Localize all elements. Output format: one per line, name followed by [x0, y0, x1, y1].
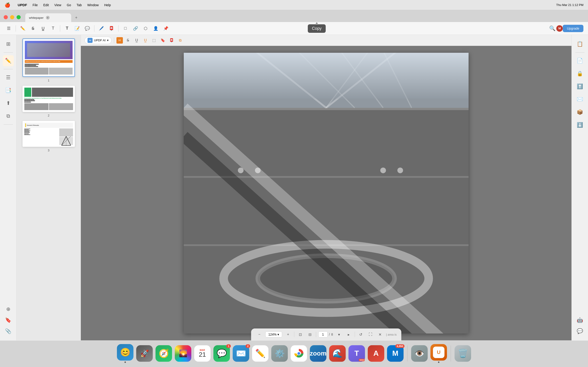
fullscreen-button[interactable]: ⛶	[367, 331, 374, 338]
toolbar-stamp-btn[interactable]: 📮	[107, 24, 115, 33]
prev-page-button[interactable]: ▾	[335, 331, 343, 338]
dock-system-icon[interactable]: ⚙️	[271, 345, 288, 362]
app-name[interactable]: UPDF	[18, 3, 27, 7]
dock-zoom-icon[interactable]: zoom	[310, 345, 326, 362]
dock-mail[interactable]: ✉️ 2	[233, 345, 249, 362]
ann-bookmark-add-btn[interactable]: 🔖	[159, 37, 166, 44]
dock-safari-icon[interactable]: 🧭	[156, 345, 172, 362]
right-sidebar-icon-5[interactable]: ✉️	[574, 94, 586, 105]
thumb-frame-2[interactable]: Preservation and inheritance of architec…	[23, 86, 75, 112]
dock-mail-icon[interactable]: ✉️ 2	[233, 345, 249, 362]
ann-copy-btn[interactable]: ⧉	[177, 37, 184, 44]
thumbnail-1[interactable]: Building environment information modelin…	[20, 39, 77, 82]
right-sidebar-icon-1[interactable]: 📋	[574, 39, 586, 50]
right-sidebar-icon-3[interactable]: 🔒	[574, 68, 586, 79]
toolbar-polygon-btn[interactable]: ⬡	[141, 24, 150, 33]
pdf-scroll-area[interactable]: 12 FAQ Combined with practical cases, th…	[81, 46, 571, 340]
dock-safari[interactable]: 🧭	[156, 345, 172, 362]
dock-freeform-icon[interactable]: ✏️	[252, 345, 268, 362]
menu-go[interactable]: Go	[67, 3, 71, 7]
dock-finder-icon[interactable]: 😊	[117, 344, 133, 361]
new-tab-button[interactable]: +	[73, 16, 79, 22]
dock-photos[interactable]: 🌄	[175, 345, 191, 362]
dock-outlook-icon[interactable]: M 6,850	[387, 345, 404, 362]
thumb-frame-1[interactable]: Building environment information modelin…	[23, 39, 75, 77]
sidebar-icon-attach[interactable]: 📎	[3, 326, 14, 337]
close-button[interactable]	[4, 15, 8, 19]
tab-whitepaper[interactable]: whitepaper ×	[25, 13, 71, 22]
dock-wave[interactable]: 🌊	[329, 345, 346, 362]
toolbar-underline-btn[interactable]: U̲	[39, 24, 47, 33]
dock-freeform[interactable]: ✏️	[252, 345, 268, 362]
next-page-button[interactable]: ▸	[345, 331, 352, 338]
toolbar-callout-btn[interactable]: 💬	[83, 24, 91, 33]
right-sidebar-icon-chat[interactable]: 💬	[574, 326, 586, 337]
dock-launchpad[interactable]: 🚀	[136, 345, 153, 362]
updf-ai-dropdown[interactable]: AI UPDF AI ▾	[85, 37, 112, 44]
dock-updf[interactable]: U	[431, 344, 447, 363]
page-current-input[interactable]	[318, 332, 328, 337]
ann-replace-btn[interactable]: ⬚	[150, 37, 158, 44]
menu-window[interactable]: Window	[87, 3, 99, 7]
dock-trash[interactable]: 🗑️	[455, 345, 471, 362]
zoom-out-button[interactable]: −	[256, 331, 263, 338]
toolbar-read-btn[interactable]: ☰	[5, 24, 13, 33]
minimize-button[interactable]	[10, 15, 14, 19]
dock-trash-icon[interactable]: 🗑️	[455, 345, 471, 362]
dock-calendar-icon[interactable]: MAR 21	[194, 345, 211, 362]
sidebar-icon-comment[interactable]: ☰	[3, 72, 14, 83]
ann-stamp-btn[interactable]: 📮	[168, 37, 175, 44]
right-sidebar-icon-ai[interactable]: 🤖	[574, 315, 586, 326]
close-controls-button[interactable]: ✕	[376, 331, 384, 338]
ann-color-underline-btn[interactable]: U̲	[142, 37, 149, 44]
dock-chrome[interactable]	[291, 345, 307, 362]
sidebar-icon-compare[interactable]: ⧉	[3, 110, 14, 122]
zoom-in-button[interactable]: +	[284, 331, 292, 338]
dock-outlook[interactable]: M 6,850	[387, 345, 404, 362]
dock-teams[interactable]: T NEW	[348, 345, 365, 362]
toolbar-highlight-btn[interactable]: ✏️	[19, 24, 27, 33]
right-sidebar-icon-6[interactable]: 📦	[574, 107, 586, 118]
sidebar-icon-thumbnails[interactable]: ⊞	[3, 39, 14, 50]
dock-launchpad-icon[interactable]: 🚀	[136, 345, 153, 362]
right-sidebar-icon-2[interactable]: 📄	[574, 55, 586, 66]
toolbar-search-btn[interactable]: 🔍	[548, 24, 556, 33]
thumbnail-2[interactable]: Preservation and inheritance of architec…	[20, 86, 77, 117]
tab-close-button[interactable]: ×	[46, 16, 50, 19]
apple-menu[interactable]: 🍎	[5, 2, 10, 8]
fit-width-button[interactable]: ⊟	[306, 331, 313, 338]
dock-wave-icon[interactable]: 🌊	[329, 345, 346, 362]
dock-photos-icon[interactable]: 🌄	[175, 345, 191, 362]
dock-finder[interactable]: 😊	[117, 344, 133, 363]
toolbar-sticker-btn[interactable]: 📌	[162, 24, 170, 33]
right-sidebar-icon-7[interactable]: ⬇️	[574, 119, 586, 131]
toolbar-strikethrough-btn[interactable]: S̶	[29, 24, 37, 33]
dock-system[interactable]: ⚙️	[271, 345, 288, 362]
dock-acrobat-icon[interactable]: A	[368, 345, 384, 362]
dock-updf-icon[interactable]: U	[431, 344, 447, 361]
dock-chrome-icon[interactable]	[291, 345, 307, 362]
dock-zoom[interactable]: zoom	[310, 345, 326, 362]
toolbar-textbox-btn[interactable]: 📝	[73, 24, 81, 33]
menu-edit[interactable]: Edit	[43, 3, 49, 7]
thumbnail-3[interactable]: Geometric Philosophy ▓▓▓▓▓▓▓▓▓▓▓▓▓▓▓▓▓▓▓…	[20, 121, 77, 152]
toolbar-text2-btn[interactable]: T	[63, 24, 71, 33]
dock-calendar[interactable]: MAR 21	[194, 345, 211, 362]
dock-acrobat[interactable]: A	[368, 345, 384, 362]
right-sidebar-icon-4[interactable]: ⬆️	[574, 81, 586, 92]
thumb-frame-3[interactable]: Geometric Philosophy ▓▓▓▓▓▓▓▓▓▓▓▓▓▓▓▓▓▓▓…	[23, 121, 75, 147]
ann-underline-btn[interactable]: U̲	[133, 37, 140, 44]
sidebar-icon-layers[interactable]: ⊕	[3, 304, 14, 315]
ann-strikethrough-btn[interactable]: S̶	[124, 37, 132, 44]
toolbar-signature-btn[interactable]: 👤	[152, 24, 160, 33]
menu-view[interactable]: View	[54, 3, 61, 7]
fit-page-button[interactable]: ⊡	[296, 331, 304, 338]
dock-messages[interactable]: 💬 1	[213, 345, 230, 362]
zoom-level-display[interactable]: 124% ▾	[265, 332, 282, 337]
maximize-button[interactable]	[17, 15, 21, 19]
toolbar-link-btn[interactable]: 🔗	[131, 24, 140, 33]
dock-messages-icon[interactable]: 💬 1	[213, 345, 230, 362]
dock-teams-icon[interactable]: T NEW	[348, 345, 365, 362]
dock-preview-icon[interactable]: 👁️	[411, 345, 428, 362]
sidebar-icon-bookmark[interactable]: 🔖	[3, 315, 14, 326]
